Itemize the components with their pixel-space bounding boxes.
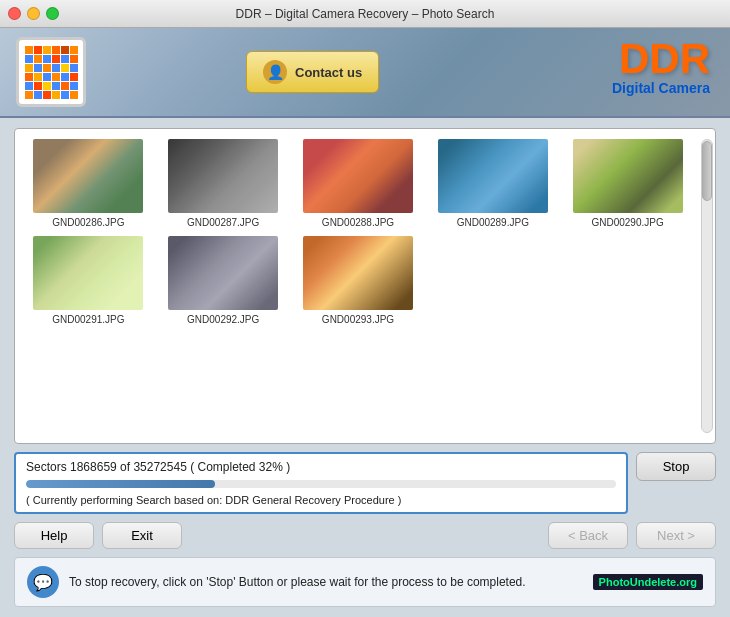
photo-label: GND00291.JPG [52,314,124,325]
photo-item: GND00287.JPG [160,139,287,228]
help-button[interactable]: Help [14,522,94,549]
photo-grid: GND00286.JPG GND00287.JPG GND00288.JPG G… [25,139,705,325]
maximize-button[interactable] [46,7,59,20]
progress-bar-container [26,480,616,488]
photo-item: GND00289.JPG [429,139,556,228]
watermark: PhotoUndelete.org [593,574,703,590]
minimize-button[interactable] [27,7,40,20]
contact-icon: 👤 [263,60,287,84]
close-button[interactable] [8,7,21,20]
contact-label: Contact us [295,65,362,80]
photo-thumbnail[interactable] [168,139,278,213]
scrollbar-thumb[interactable] [702,141,712,201]
photo-thumbnail[interactable] [573,139,683,213]
nav-bar: Help Exit < Back Next > [14,522,716,549]
photo-label: GND00292.JPG [187,314,259,325]
brand: DDR Digital Camera [612,38,710,96]
photo-item: GND00290.JPG [564,139,691,228]
info-message: To stop recovery, click on 'Stop' Button… [69,575,583,589]
window-controls[interactable] [8,7,59,20]
photo-label: GND00286.JPG [52,217,124,228]
progress-box: Sectors 1868659 of 35272545 ( Completed … [14,452,628,514]
info-bar: 💬 To stop recovery, click on 'Stop' Butt… [14,557,716,607]
photo-item: GND00286.JPG [25,139,152,228]
main-content: GND00286.JPG GND00287.JPG GND00288.JPG G… [0,118,730,617]
contact-button[interactable]: 👤 Contact us [246,51,379,93]
photo-thumbnail[interactable] [438,139,548,213]
photo-label: GND00288.JPG [322,217,394,228]
photo-label: GND00293.JPG [322,314,394,325]
window-title: DDR – Digital Camera Recovery – Photo Se… [236,7,495,21]
progress-area: Sectors 1868659 of 35272545 ( Completed … [14,452,716,514]
header: 👤 Contact us DDR Digital Camera [0,28,730,118]
photo-item: GND00292.JPG [160,236,287,325]
photo-label: GND00287.JPG [187,217,259,228]
brand-sub-text: Digital Camera [612,80,710,96]
photo-thumbnail[interactable] [303,139,413,213]
back-button[interactable]: < Back [548,522,628,549]
scrollbar[interactable] [701,139,713,433]
app-logo [16,37,86,107]
photo-thumbnail[interactable] [303,236,413,310]
info-icon: 💬 [27,566,59,598]
photo-label: GND00290.JPG [591,217,663,228]
progress-bar-fill [26,480,215,488]
photo-item: GND00293.JPG [295,236,422,325]
brand-ddr-text: DDR [612,38,710,80]
logo-grid [25,46,78,99]
stop-button[interactable]: Stop [636,452,716,481]
next-button[interactable]: Next > [636,522,716,549]
photo-label: GND00289.JPG [457,217,529,228]
photo-area: GND00286.JPG GND00287.JPG GND00288.JPG G… [14,128,716,444]
photo-item: GND00291.JPG [25,236,152,325]
photo-item: GND00288.JPG [295,139,422,228]
exit-button[interactable]: Exit [102,522,182,549]
progress-status: ( Currently performing Search based on: … [26,494,616,506]
photo-thumbnail[interactable] [33,236,143,310]
photo-thumbnail[interactable] [168,236,278,310]
title-bar: DDR – Digital Camera Recovery – Photo Se… [0,0,730,28]
photo-thumbnail[interactable] [33,139,143,213]
sectors-text: Sectors 1868659 of 35272545 ( Completed … [26,460,616,474]
